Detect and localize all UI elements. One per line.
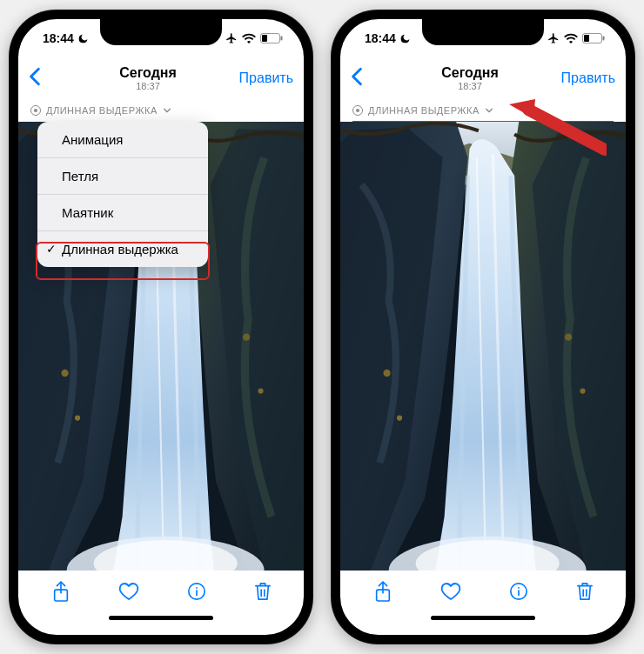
phone-mockup-left: 18:44 Сегодня 18:37 Править ДЛИННАЯ ВЫД [9, 10, 313, 644]
edit-button[interactable]: Править [554, 70, 615, 86]
svg-point-9 [243, 334, 250, 341]
live-photo-icon [30, 105, 41, 116]
status-time: 18:44 [43, 31, 74, 45]
nav-title-block: Сегодня 18:37 [119, 65, 177, 91]
dropdown-item-long-exposure[interactable]: Длинная выдержка [37, 231, 208, 267]
status-time: 18:44 [365, 31, 396, 45]
home-indicator[interactable] [340, 616, 626, 635]
nav-subtitle: 18:37 [441, 81, 499, 91]
dropdown-item-bounce[interactable]: Маятник [37, 195, 208, 231]
photo-viewer[interactable] [340, 122, 626, 571]
status-right [225, 32, 283, 44]
info-button[interactable] [187, 582, 206, 604]
dropdown-item-loop[interactable]: Петля [37, 158, 208, 195]
notch [422, 19, 544, 45]
wifi-icon [242, 33, 256, 43]
nav-subtitle: 18:37 [119, 81, 177, 91]
info-button[interactable] [509, 582, 528, 604]
svg-rect-16 [584, 35, 589, 42]
delete-button[interactable] [576, 581, 594, 605]
battery-icon [582, 33, 605, 43]
effect-label: ДЛИННАЯ ВЫДЕРЖКА [368, 105, 480, 116]
airplane-icon [225, 32, 238, 44]
dropdown-item-animation[interactable]: Анимация [37, 122, 208, 158]
favorite-button[interactable] [118, 582, 139, 604]
airplane-icon [547, 32, 560, 44]
svg-point-14 [196, 587, 198, 589]
nav-bar: Сегодня 18:37 Править [340, 57, 626, 99]
battery-icon [260, 33, 283, 43]
moon-icon [77, 33, 89, 44]
svg-point-7 [61, 370, 68, 377]
svg-point-25 [580, 389, 585, 394]
nav-bar: Сегодня 18:37 Править [18, 57, 304, 99]
moon-icon [399, 33, 411, 44]
chevron-down-icon [485, 106, 493, 115]
svg-point-29 [518, 587, 520, 589]
bottom-toolbar [340, 571, 626, 616]
svg-rect-2 [281, 37, 283, 41]
svg-point-22 [383, 370, 390, 377]
phone-mockup-right: 18:44 Сегодня 18:37 Править ДЛИННАЯ ВЫДЕ… [331, 10, 635, 644]
favorite-button[interactable] [440, 582, 461, 604]
screen: 18:44 Сегодня 18:37 Править ДЛИННАЯ ВЫД [18, 19, 304, 635]
share-button[interactable] [51, 580, 70, 606]
nav-title-block: Сегодня 18:37 [441, 65, 499, 91]
photo-content [340, 122, 626, 571]
live-photo-icon [352, 105, 363, 116]
annotation-arrow-icon [502, 97, 607, 158]
share-button[interactable] [373, 580, 392, 606]
svg-rect-17 [603, 37, 605, 41]
svg-point-24 [565, 334, 572, 341]
svg-rect-1 [262, 35, 267, 42]
wifi-icon [564, 33, 578, 43]
back-button[interactable] [351, 67, 386, 90]
svg-point-10 [258, 389, 263, 394]
effect-dropdown: Анимация Петля Маятник Длинная выдержка [37, 122, 208, 267]
screen: 18:44 Сегодня 18:37 Править ДЛИННАЯ ВЫДЕ… [340, 19, 626, 635]
chevron-down-icon [163, 106, 171, 115]
home-indicator[interactable] [18, 616, 304, 635]
edit-button[interactable]: Править [232, 70, 293, 86]
svg-point-23 [397, 415, 402, 420]
nav-title: Сегодня [119, 65, 177, 81]
bottom-toolbar [18, 571, 304, 616]
back-button[interactable] [29, 67, 64, 90]
delete-button[interactable] [254, 581, 272, 605]
effect-label: ДЛИННАЯ ВЫДЕРЖКА [46, 105, 158, 116]
effect-selector[interactable]: ДЛИННАЯ ВЫДЕРЖКА [18, 99, 304, 122]
status-right [547, 32, 605, 44]
nav-title: Сегодня [441, 65, 499, 81]
svg-point-8 [75, 415, 80, 420]
notch [100, 19, 222, 45]
